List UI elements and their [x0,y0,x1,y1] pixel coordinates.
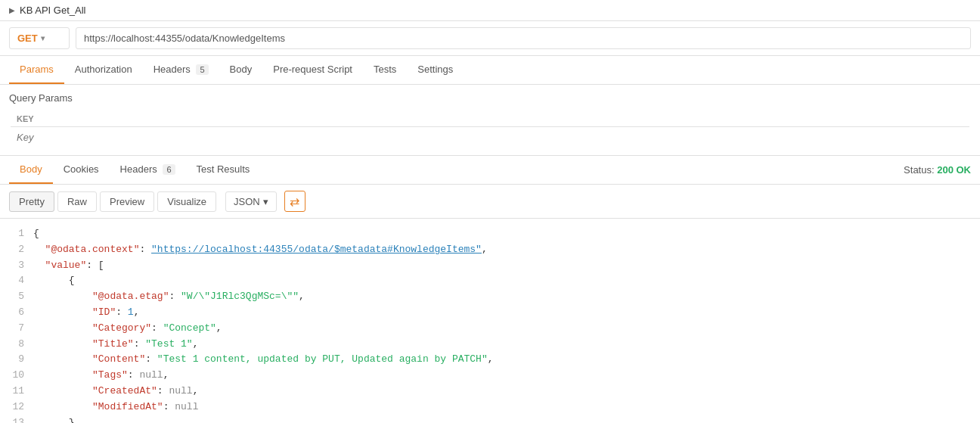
visualize-button[interactable]: Visualize [157,191,216,212]
json-line: 11 "CreatedAt": null, [9,384,971,400]
status-info: Status: 200 OK [904,164,971,176]
preview-button[interactable]: Preview [100,191,154,212]
response-tab-cookies[interactable]: Cookies [53,156,110,184]
key-input[interactable] [17,132,963,143]
pretty-button[interactable]: Pretty [9,191,54,212]
tab-body[interactable]: Body [219,56,263,84]
raw-button[interactable]: Raw [57,191,97,212]
json-line: 7 "Category": "Concept", [9,321,971,337]
headers-badge: 5 [196,64,208,75]
collection-arrow-icon[interactable]: ▶ [9,6,15,14]
format-selector[interactable]: JSON ▾ [225,191,277,212]
method-label: GET [17,33,38,44]
request-bar: GET ▾ [0,21,980,56]
json-line: 1 { [9,226,971,242]
collection-name: ▶ KB API Get_All [9,5,85,16]
response-tab-body[interactable]: Body [9,156,53,184]
url-input[interactable] [76,27,971,49]
tab-params[interactable]: Params [9,56,64,84]
json-line: 3 "value": [ [9,258,971,274]
json-line: 10 "Tags": null, [9,368,971,384]
format-label: JSON [234,196,260,207]
json-line: 8 "Title": "Test 1", [9,337,971,353]
json-line: 2 "@odata.context": "https://localhost:4… [9,242,971,258]
tab-headers[interactable]: Headers 5 [143,56,219,84]
response-toolbar: Pretty Raw Preview Visualize JSON ▾ ⇄ [0,185,980,219]
query-params-section: Query Params KEY [0,85,980,156]
key-column-header: KEY [11,111,969,127]
collection-title: KB API Get_All [20,5,85,16]
json-line: 5 "@odata.etag": "W/\"J1Rlc3QgMSc=\"", [9,289,971,305]
method-selector[interactable]: GET ▾ [9,27,70,49]
tab-tests[interactable]: Tests [363,56,407,84]
format-chevron-icon: ▾ [263,196,268,207]
json-line: 6 "ID": 1, [9,305,971,321]
json-line: 9 "Content": "Test 1 content, updated by… [9,352,971,368]
top-bar: ▶ KB API Get_All [0,0,980,21]
response-headers-badge: 6 [163,164,175,175]
request-tabs-row: Params Authorization Headers 5 Body Pre-… [0,56,980,85]
method-chevron-icon: ▾ [41,34,45,42]
tab-settings[interactable]: Settings [407,56,464,84]
response-tab-headers[interactable]: Headers 6 [110,156,186,184]
tab-prerequest[interactable]: Pre-request Script [262,56,363,84]
response-tab-testresults[interactable]: Test Results [186,156,261,184]
json-viewer: 1 { 2 "@odata.context": "https://localho… [0,219,980,423]
json-line: 13 } [9,415,971,423]
params-table: KEY [9,110,971,148]
response-tabs-row: Body Cookies Headers 6 Test Results Stat… [0,156,980,185]
json-line: 12 "ModifiedAt": null [9,400,971,415]
query-params-title: Query Params [9,92,971,104]
wrap-button[interactable]: ⇄ [284,191,305,212]
status-value: 200 OK [937,164,971,176]
table-row [11,129,969,146]
tab-authorization[interactable]: Authorization [64,56,143,84]
json-line: 4 { [9,273,971,289]
